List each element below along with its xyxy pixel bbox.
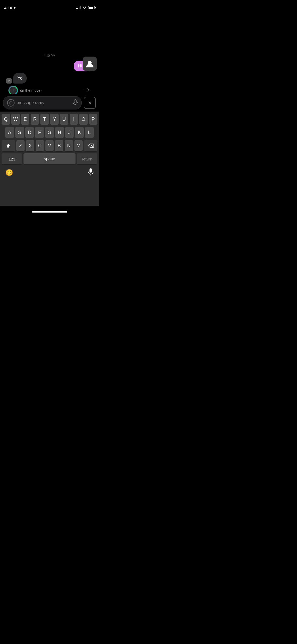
keyboard-row-4: 123 space return xyxy=(1,153,98,164)
key-M[interactable]: M xyxy=(74,140,83,151)
bubble-received-yo: Yo xyxy=(13,73,27,84)
signal-bar-1 xyxy=(76,8,77,9)
camera-icon[interactable] xyxy=(7,99,15,107)
return-key[interactable]: return xyxy=(77,153,97,164)
signal-bar-2 xyxy=(77,8,78,9)
numbers-key[interactable]: 123 xyxy=(2,153,22,164)
location-arrow-icon: ➤ xyxy=(13,6,16,10)
shift-key[interactable] xyxy=(2,140,15,151)
signal-bar-4 xyxy=(80,6,81,9)
cancel-button[interactable]: ✕ xyxy=(84,97,96,109)
status-text: on the move xyxy=(20,88,40,93)
key-D[interactable]: D xyxy=(25,127,34,138)
key-O[interactable]: O xyxy=(79,114,88,125)
key-Y[interactable]: Y xyxy=(50,114,59,125)
forward-icon xyxy=(83,87,91,94)
keyboard: Q W E R T Y U I O P A S D F G H J K L Z … xyxy=(0,112,99,206)
camera-inner xyxy=(9,101,12,104)
message-row-received: r Yo xyxy=(6,73,93,84)
key-P[interactable]: P xyxy=(89,114,97,125)
messages-container: Hi r r Yo r on the move › xyxy=(4,61,95,95)
delete-key[interactable] xyxy=(84,140,97,151)
time-label: 4:10 xyxy=(4,6,12,10)
key-K[interactable]: K xyxy=(75,127,84,138)
message-input-placeholder[interactable]: message ramy xyxy=(17,100,71,105)
key-W[interactable]: W xyxy=(11,114,20,125)
key-I[interactable]: I xyxy=(70,114,78,125)
avatar-ring: r xyxy=(8,86,18,95)
key-Q[interactable]: Q xyxy=(2,114,10,125)
avatar-ring-label: r xyxy=(10,87,17,94)
status-bar: 4:10 ➤ xyxy=(0,0,99,12)
message-input-container[interactable]: message ramy xyxy=(3,96,82,109)
keyboard-bottom-bar: 😊 xyxy=(1,167,98,179)
key-J[interactable]: J xyxy=(65,127,74,138)
keyboard-row-3: Z X C V B N M xyxy=(1,140,98,151)
message-row-sent: Hi r xyxy=(6,61,93,71)
input-area: message ramy ✕ xyxy=(0,94,99,112)
key-E[interactable]: E xyxy=(21,114,30,125)
battery-icon xyxy=(88,6,95,9)
home-indicator xyxy=(32,211,67,213)
keyboard-row-2: A S D F G H J K L xyxy=(1,127,98,138)
key-A[interactable]: A xyxy=(5,127,14,138)
key-G[interactable]: G xyxy=(45,127,54,138)
key-X[interactable]: X xyxy=(26,140,34,151)
key-B[interactable]: B xyxy=(55,140,63,151)
key-U[interactable]: U xyxy=(60,114,68,125)
key-S[interactable]: S xyxy=(15,127,24,138)
key-R[interactable]: R xyxy=(31,114,39,125)
status-time: 4:10 ➤ xyxy=(4,6,16,10)
mic-input-icon[interactable] xyxy=(73,99,78,107)
svg-rect-5 xyxy=(89,168,92,173)
key-L[interactable]: L xyxy=(85,127,94,138)
status-chevron: › xyxy=(40,88,42,93)
key-C[interactable]: C xyxy=(36,140,44,151)
svg-rect-1 xyxy=(74,100,76,103)
wifi-icon xyxy=(82,6,87,10)
received-avatar-yo: r xyxy=(6,78,12,84)
key-N[interactable]: N xyxy=(65,140,73,151)
key-F[interactable]: F xyxy=(35,127,44,138)
status-row[interactable]: r on the move › xyxy=(8,86,93,95)
profile-button[interactable] xyxy=(83,57,97,71)
key-H[interactable]: H xyxy=(55,127,64,138)
chat-timestamp: 4:10 PM xyxy=(4,54,95,58)
space-key[interactable]: space xyxy=(23,153,75,164)
key-T[interactable]: T xyxy=(40,114,49,125)
key-Z[interactable]: Z xyxy=(16,140,25,151)
signal-bars xyxy=(76,6,81,9)
close-icon: ✕ xyxy=(88,100,92,106)
mic-keyboard-key[interactable] xyxy=(88,168,94,177)
signal-bar-3 xyxy=(79,7,79,9)
keyboard-row-1: Q W E R T Y U I O P xyxy=(1,114,98,125)
key-V[interactable]: V xyxy=(45,140,54,151)
status-right-icons xyxy=(76,6,95,10)
emoji-key[interactable]: 😊 xyxy=(5,169,13,176)
battery-fill xyxy=(89,7,93,9)
